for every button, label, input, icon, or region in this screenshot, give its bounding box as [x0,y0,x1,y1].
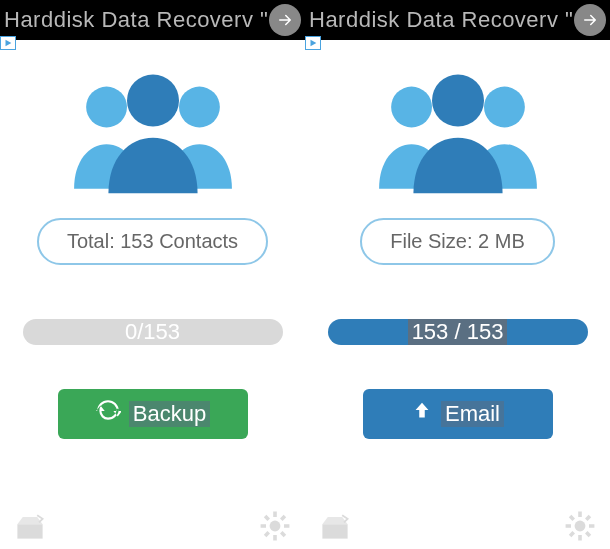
ad-slot-left[interactable]: Harddisk Data Recoverv " [0,4,305,36]
arrow-right-icon[interactable] [574,4,606,36]
gear-icon[interactable] [562,508,598,548]
file-size-pill: File Size: 2 MB [360,218,554,265]
contacts-group-icon [58,68,248,202]
upload-icon [411,400,433,428]
svg-point-4 [484,87,525,128]
export-progress-text: 153 / 153 [408,319,508,345]
backup-progress: 0/153 [23,319,283,345]
adchoices-icon[interactable] [305,36,321,50]
adchoices-icon[interactable] [0,36,16,50]
file-size-label: File Size: 2 MB [390,230,524,252]
svg-point-0 [86,87,127,128]
svg-point-2 [127,75,179,127]
box-icon[interactable] [12,508,48,548]
contacts-group-icon [363,68,553,202]
main-panels: Total: 153 Contacts 0/153 Backup [0,46,610,506]
refresh-icon [95,398,121,430]
svg-point-1 [179,87,220,128]
footer-left [0,507,305,549]
gear-icon[interactable] [257,508,293,548]
svg-point-7 [575,521,586,532]
ad-text: Harddisk Data Recoverv " [0,7,268,33]
arrow-right-icon[interactable] [269,4,301,36]
svg-point-6 [270,521,281,532]
backup-progress-text: 0/153 [125,319,180,345]
svg-point-5 [432,75,484,127]
ad-slot-right[interactable]: Harddisk Data Recoverv " [305,4,610,36]
footer-bar [0,507,610,549]
backup-panel: Total: 153 Contacts 0/153 Backup [0,46,305,506]
svg-point-3 [391,87,432,128]
email-button[interactable]: Email [363,389,553,439]
backup-button-label: Backup [129,401,210,427]
ad-bar: Harddisk Data Recoverv " Harddisk Data R… [0,0,610,40]
export-progress: 153 / 153 [328,319,588,345]
email-button-label: Email [441,401,504,427]
ad-text: Harddisk Data Recoverv " [305,7,573,33]
box-icon[interactable] [317,508,353,548]
email-panel: File Size: 2 MB 153 / 153 Email [305,46,610,506]
contacts-count-pill: Total: 153 Contacts [37,218,268,265]
backup-button[interactable]: Backup [58,389,248,439]
contacts-count-label: Total: 153 Contacts [67,230,238,252]
footer-right [305,507,610,549]
